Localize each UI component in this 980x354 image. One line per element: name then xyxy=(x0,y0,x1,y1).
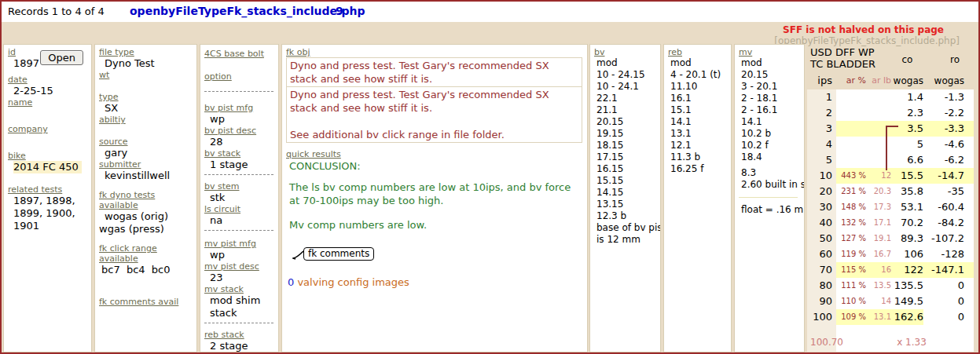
field-label-date[interactable]: date xyxy=(8,75,88,85)
reb-line: mod xyxy=(668,57,728,69)
ips-cell: 5 xyxy=(807,152,836,168)
co-cell: 5 xyxy=(891,137,923,152)
ro-cell: -128 xyxy=(923,246,964,262)
ips-cell: 20 xyxy=(807,184,836,199)
mv-line: 2 - 16.1 xyxy=(739,104,801,116)
field-label-abiltiy[interactable]: abiltiy xyxy=(99,115,193,125)
table-row-highlighted: 70115 %16122-147.1 xyxy=(807,262,974,278)
column-header-ar-pct: ar % xyxy=(836,75,866,87)
bv-line: mod xyxy=(594,57,657,69)
field-label-file-type[interactable]: file type xyxy=(99,47,193,57)
fk-dyno-tests-line2: wgas (press) xyxy=(99,223,193,235)
note-spacer xyxy=(290,115,578,128)
field-label-4cs-base-bolt[interactable]: 4CS base bolt xyxy=(204,49,275,59)
co-cell: 2.3 xyxy=(891,105,923,121)
ips-cell: 90 xyxy=(807,294,836,309)
column-label-bv[interactable]: bv xyxy=(594,47,657,57)
fk-dyno-tests-line1: wogas (orig) xyxy=(99,210,193,223)
row-filler xyxy=(964,199,974,215)
table-title-line2: TC BLADDER xyxy=(810,58,875,70)
row-filler xyxy=(964,184,974,199)
field-label-submitter[interactable]: submitter xyxy=(99,159,193,170)
column-header-ro: ro xyxy=(923,54,964,65)
ips-cell: 50 xyxy=(807,231,836,246)
field-value-fk-click-range: bc7 bc4 bc0 xyxy=(99,264,193,276)
bv-line: 14.15 xyxy=(594,187,657,199)
column-label-mv[interactable]: mv xyxy=(739,47,801,57)
field-label-mv-pist-mfg[interactable]: mv pist mfg xyxy=(204,239,275,249)
row-filler xyxy=(964,246,974,262)
co-cell: 135.5 xyxy=(891,278,923,294)
field-label-company[interactable]: company xyxy=(8,124,88,134)
ar-pct-cell: 115 % xyxy=(836,262,866,278)
ro-cell: -147.1 xyxy=(923,262,964,278)
field-value-abiltiy xyxy=(99,125,193,137)
field-value-mv-stack: mod shim stack xyxy=(204,294,275,319)
field-label-ls-circuit[interactable]: ls circuit xyxy=(204,204,275,214)
co-cell: 53.1 xyxy=(891,199,923,215)
ips-cell: 60 xyxy=(807,246,836,262)
column-header-co-wogas: wogas xyxy=(891,75,923,87)
field-label-type[interactable]: type xyxy=(99,92,193,102)
fk-comments-button[interactable]: fk comments xyxy=(303,247,374,261)
field-label-bike[interactable]: bike xyxy=(8,151,88,161)
field-label-quick-results[interactable]: quick results xyxy=(286,149,584,159)
ar-pct-cell xyxy=(836,137,866,152)
table-title: USD DFF WP TC BLADDER xyxy=(810,46,875,70)
field-label-mv-pist-desc[interactable]: mv pist desc xyxy=(204,261,275,272)
field-label-bv-pist-mfg[interactable]: bv pist mfg xyxy=(204,103,275,113)
table-row: 60119 %16.7106-128 xyxy=(807,246,974,262)
ips-cell: 70 xyxy=(807,262,836,278)
ips-cell: 10 xyxy=(807,168,836,184)
ips-cell: 3 xyxy=(807,121,836,137)
ar-pct-cell: 132 % xyxy=(836,215,866,231)
co-cell: 162.6 xyxy=(891,309,923,325)
ro-cell: -4.6 xyxy=(923,137,964,152)
ro-cell: 0 xyxy=(923,309,964,325)
field-value-bv-pist-desc: 28 xyxy=(204,136,275,148)
field-label-bv-pist-desc[interactable]: bv pist desc xyxy=(204,126,275,136)
field-label-name[interactable]: name xyxy=(8,97,88,108)
ips-cell: 2 xyxy=(807,105,836,121)
column-label-reb[interactable]: reb xyxy=(668,47,728,57)
table-header-row: ips ar % ar lb wogas wogas xyxy=(807,75,974,87)
reb-line: 12.1 xyxy=(668,140,728,151)
page-title: openbyFileTypeFk_stacks_include.php xyxy=(130,5,365,17)
ar-pct-cell: 110 % xyxy=(836,294,866,309)
ro-cell: -1.3 xyxy=(923,89,964,105)
field-label-fk-comments-avail[interactable]: fk comments avail xyxy=(99,297,193,307)
valving-images-line[interactable]: 0 valving config images xyxy=(286,276,584,288)
mv-line: 18.4 xyxy=(739,151,801,163)
ips-cell: 4 xyxy=(807,137,836,152)
reb-line: 13.1 xyxy=(668,128,728,140)
records-count: Records 1 to 4 of 4 xyxy=(8,5,105,17)
row-filler xyxy=(964,137,974,152)
field-value-date: 2-25-15 xyxy=(8,85,88,97)
ar-pct-cell xyxy=(836,121,866,137)
ro-cell: -35 xyxy=(923,184,964,199)
field-label-fk-dyno-tests[interactable]: fk dyno tests available xyxy=(99,190,193,210)
table-row-highlighted-partial: 100109 %13.1162.60 xyxy=(807,309,974,325)
field-label-option[interactable]: option xyxy=(204,71,275,82)
ar-pct-cell: 109 % xyxy=(836,309,866,325)
field-label-related-tests[interactable]: related tests xyxy=(8,184,88,195)
field-label-wt[interactable]: wt xyxy=(99,70,193,80)
field-label-fk-obj[interactable]: fk obj xyxy=(286,47,584,57)
column-header-ar-lb: ar lb xyxy=(866,75,891,87)
open-button[interactable]: Open xyxy=(40,50,83,65)
field-label-fk-click-range[interactable]: fk click range available xyxy=(99,243,193,264)
fk-comments-button-label: fk comments xyxy=(308,248,369,259)
ro-cell: 0 xyxy=(923,294,964,309)
ar-lb-cell xyxy=(866,137,891,152)
row-filler xyxy=(964,215,974,231)
dashed-divider xyxy=(204,174,273,175)
mv-line: 10.2 f xyxy=(739,140,801,151)
field-label-bv-stem[interactable]: bv stem xyxy=(204,181,275,192)
bv-line: 20.15 xyxy=(594,116,657,128)
field-label-bv-stack[interactable]: bv stack xyxy=(204,148,275,159)
field-label-mv-stack[interactable]: mv stack xyxy=(204,284,275,294)
field-label-source[interactable]: source xyxy=(99,137,193,147)
co-cell: 15.5 xyxy=(891,168,923,184)
ar-lb-cell xyxy=(866,89,891,105)
field-label-reb-stack[interactable]: reb stack xyxy=(204,330,275,340)
